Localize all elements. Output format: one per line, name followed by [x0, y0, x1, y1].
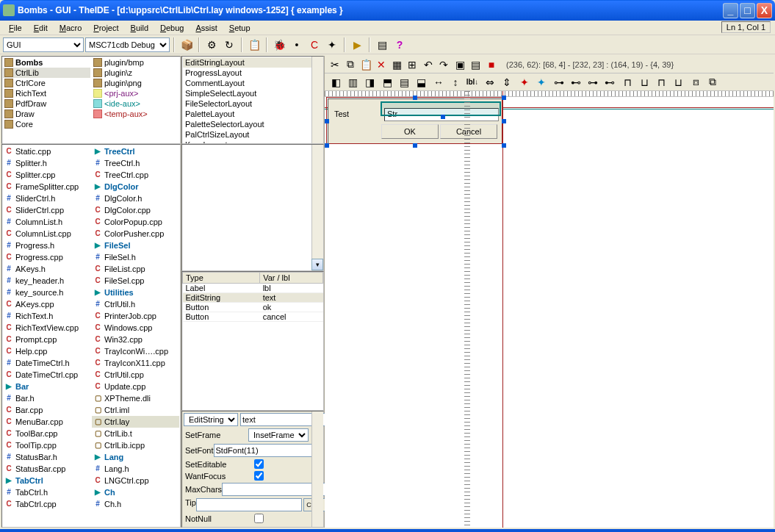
col-var[interactable]: Var / lbl — [260, 273, 323, 284]
package-item[interactable]: PdfDraw — [3, 98, 90, 109]
layout-item[interactable]: EditStringLayout — [183, 57, 322, 68]
hspring-icon[interactable]: ⇔ — [482, 74, 498, 90]
layout-item[interactable]: CommentLayout — [183, 78, 322, 88]
debug-icon[interactable]: 🐞 — [271, 37, 287, 53]
dist-v-icon[interactable]: ↕ — [447, 74, 464, 90]
file-item[interactable]: #key_header.h — [3, 275, 90, 287]
package-item[interactable]: Core — [3, 119, 90, 129]
file-item[interactable]: ▢Ctrl.lay — [92, 416, 179, 428]
file-item[interactable]: CFileList.cpp — [92, 263, 179, 275]
file-item[interactable]: CAKeys.cpp — [3, 298, 90, 310]
menu-edit[interactable]: Edit — [28, 22, 54, 34]
package-item[interactable]: Bombs — [3, 57, 90, 68]
file-item[interactable]: CDateTimeCtrl.cpp — [3, 369, 90, 381]
spring1-icon[interactable]: ⊶ — [551, 74, 567, 90]
file-item[interactable]: CDlgColor.cpp — [92, 204, 179, 216]
table-row[interactable]: Buttonok — [183, 303, 323, 312]
file-item[interactable]: #Splitter.h — [3, 157, 90, 169]
layout-item[interactable]: PaletteSelectorLayout — [183, 119, 322, 129]
file-item[interactable]: CRichTextView.cpp — [3, 322, 90, 334]
file-item[interactable]: #FileSel.h — [92, 251, 179, 263]
scrollbar[interactable] — [311, 145, 323, 270]
table-row[interactable]: EditStringtext — [183, 293, 323, 303]
spring3-icon[interactable]: ⊶ — [585, 74, 601, 90]
file-item[interactable]: #TabCtrl.h — [3, 486, 90, 498]
file-item[interactable]: #CtrlUtil.h — [92, 298, 179, 310]
control-table[interactable]: TypeVar / lbl LabellblEditStringtextButt… — [181, 271, 324, 411]
file-item[interactable]: CPrinterJob.cpp — [92, 310, 179, 322]
file-item[interactable]: CTabCtrl.cpp — [3, 498, 90, 510]
file-item[interactable]: CFileSel.cpp — [92, 275, 179, 287]
file-item[interactable]: CLNGCtrl.cpp — [92, 475, 179, 486]
main-config-select[interactable]: GUI — [3, 37, 84, 52]
file-item[interactable]: #Progress.h — [3, 240, 90, 251]
file-item[interactable]: CWindows.cpp — [92, 322, 179, 334]
file-item[interactable]: CFrameSplitter.cpp — [3, 181, 90, 193]
file-item[interactable]: CStatusBar.cpp — [3, 463, 90, 475]
file-item[interactable]: ▢CtrlLib.icpp — [92, 439, 179, 451]
build-icon[interactable]: ⚙ — [203, 37, 220, 53]
package-item[interactable]: plugin\z — [92, 68, 179, 78]
layout-item[interactable]: PalCtrlSizeLayout — [183, 129, 322, 140]
menu-macro[interactable]: Macro — [54, 22, 88, 34]
file-item[interactable]: ▶DlgColor — [92, 181, 179, 193]
layout-item[interactable]: PaletteLayout — [183, 109, 322, 119]
spring4-icon[interactable]: ⊷ — [602, 74, 618, 90]
file-item[interactable]: #StatusBar.h — [3, 451, 90, 463]
file-item[interactable]: CWin32.cpp — [92, 334, 179, 345]
file-item[interactable]: CBar.cpp — [3, 404, 90, 416]
menu-file[interactable]: File — [3, 22, 28, 34]
package-item[interactable]: <prj-aux> — [92, 88, 179, 98]
anchor-x-icon[interactable]: ✦ — [516, 74, 533, 90]
break-icon[interactable]: ✦ — [324, 37, 340, 53]
file-item[interactable]: CProgress.cpp — [3, 251, 90, 263]
table-row[interactable]: Buttoncancel — [183, 312, 323, 322]
package-item[interactable]: RichText — [3, 88, 90, 98]
setfont-input[interactable] — [214, 444, 320, 457]
layout-list[interactable]: EditStringLayoutProgressLayoutCommentLay… — [181, 56, 324, 144]
menu-build[interactable]: Build — [125, 22, 154, 34]
maximize-button[interactable]: □ — [740, 3, 755, 18]
file-item[interactable]: #AKeys.h — [3, 263, 90, 275]
file-item[interactable]: CSplitter.cpp — [3, 169, 90, 181]
file-item[interactable]: CHelp.cpp — [3, 345, 90, 357]
delete-icon[interactable]: ✕ — [374, 57, 389, 72]
record-icon[interactable]: ■ — [484, 57, 499, 72]
file-item[interactable]: ▶FileSel — [92, 240, 179, 251]
cut-icon[interactable]: ✂ — [328, 57, 342, 72]
col-type[interactable]: Type — [183, 273, 260, 284]
align-left-icon[interactable]: ◧ — [328, 74, 344, 90]
stop-icon[interactable]: C — [306, 37, 322, 53]
copy-icon[interactable]: 📋 — [246, 37, 262, 53]
layout-item[interactable]: SimpleSelectLayout — [183, 88, 322, 98]
notnull-checkbox[interactable] — [254, 514, 264, 523]
file-item[interactable]: CToolTip.cpp — [3, 439, 90, 451]
file-item[interactable]: CCtrlUtil.cpp — [92, 369, 179, 381]
table-row[interactable]: Labellbl — [183, 284, 323, 293]
file-item[interactable]: CSliderCtrl.cpp — [3, 204, 90, 216]
file-item[interactable]: ▢XPTheme.dli — [92, 392, 179, 404]
file-item[interactable]: CStatic.cpp — [3, 145, 90, 157]
package-item[interactable]: CtrlLib — [3, 68, 90, 78]
spring7-icon[interactable]: ⊓ — [653, 74, 669, 90]
file-item[interactable]: #Lang.h — [92, 463, 179, 475]
package-item[interactable]: plugin/bmp — [92, 57, 179, 68]
package-item[interactable]: <temp-aux> — [92, 109, 179, 119]
menu-setup[interactable]: Setup — [223, 22, 256, 34]
file-item[interactable]: ▶Ch — [92, 486, 179, 498]
package-item[interactable]: Draw — [3, 109, 90, 119]
prop-type-select[interactable]: EditString — [184, 413, 238, 426]
menu-project[interactable]: Project — [87, 22, 124, 34]
file-item[interactable]: ▶Utilities — [92, 287, 179, 298]
file-item[interactable]: CTreeCtrl.cpp — [92, 169, 179, 181]
file-item[interactable]: ▶Lang — [92, 451, 179, 463]
grid-icon[interactable]: ⊞ — [405, 57, 419, 72]
menu-debug[interactable]: Debug — [154, 22, 190, 34]
file-item[interactable]: ▢CtrlLib.t — [92, 428, 179, 439]
copy-icon[interactable]: ⧉ — [343, 57, 358, 72]
run-icon[interactable]: ▶ — [349, 37, 365, 53]
spring6-icon[interactable]: ⊔ — [636, 74, 652, 90]
file-item[interactable]: ▶Bar — [3, 381, 90, 392]
align-bottom-icon[interactable]: ⬓ — [413, 74, 429, 90]
redo-icon[interactable]: ↷ — [436, 57, 451, 72]
